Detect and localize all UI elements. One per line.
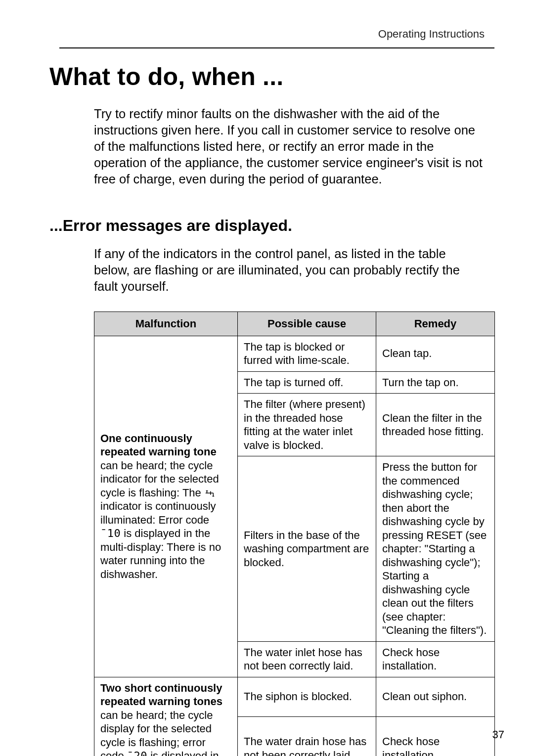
cause-cell: The tap is blocked or furred with lime-s…: [238, 336, 376, 371]
table-row: Two short continuously repeated warning …: [94, 677, 495, 716]
cause-cell: The water inlet hose has not been correc…: [238, 641, 376, 677]
table-row: One continuously repeated warning tone c…: [94, 336, 495, 371]
cause-cell: The filter (where present) in the thread…: [238, 394, 376, 456]
malfunction-bold: One continuously repeated warning tone: [100, 432, 217, 458]
error-code: ¯10: [100, 527, 121, 539]
table-header-row: Malfunction Possible cause Remedy: [94, 312, 495, 336]
remedy-cell: Check hose installation.: [376, 716, 495, 756]
page-number: 37: [492, 728, 504, 741]
troubleshooting-table: Malfunction Possible cause Remedy One co…: [94, 311, 495, 756]
malfunction-text: can be heard; the cycle indicator for th…: [100, 459, 219, 499]
remedy-cell: Turn the tap on.: [376, 371, 495, 394]
page-title: What to do, when ...: [49, 62, 494, 91]
remedy-cell: Clean tap.: [376, 336, 495, 371]
header-rule: [59, 47, 494, 48]
error-code: ¯20: [127, 750, 147, 756]
intro-paragraph: Try to rectify minor faults on the dishw…: [94, 106, 485, 187]
section-intro-paragraph: If any of the indicators in the control …: [94, 246, 485, 295]
header-section-label: Operating Instructions: [59, 28, 494, 41]
cause-cell: The siphon is blocked.: [238, 677, 376, 716]
remedy-cell: Clean the filter in the threaded hose fi…: [376, 394, 495, 456]
tap-icon: [204, 487, 215, 496]
col-header-remedy: Remedy: [376, 312, 495, 336]
remedy-cell: Check hose installation.: [376, 641, 495, 677]
manual-page: Operating Instructions What to do, when …: [0, 0, 534, 756]
malfunction-bold: Two short continuously repeated warning …: [100, 682, 222, 708]
malfunction-text: can be heard; the cycle display for the …: [100, 709, 213, 756]
remedy-cell: Clean out siphon.: [376, 677, 495, 716]
malfunction-cell-1: One continuously repeated warning tone c…: [94, 336, 238, 677]
remedy-cell: Press the button for the commenced dishw…: [376, 456, 495, 642]
cause-cell: Filters in the base of the washing compa…: [238, 456, 376, 642]
cause-cell: The water drain hose has not been correc…: [238, 716, 376, 756]
col-header-cause: Possible cause: [238, 312, 376, 336]
cause-cell: The tap is turned off.: [238, 371, 376, 394]
section-heading: ...Error messages are displayed.: [49, 217, 494, 235]
malfunction-cell-2: Two short continuously repeated warning …: [94, 677, 238, 756]
col-header-malfunction: Malfunction: [94, 312, 238, 336]
malfunction-text: indicator is continuously illuminated: E…: [100, 500, 216, 526]
